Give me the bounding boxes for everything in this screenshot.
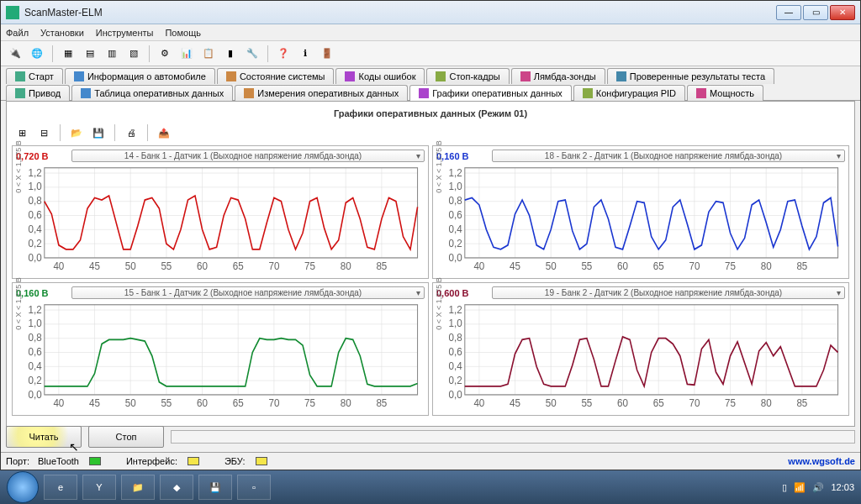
- svg-rect-69: [465, 168, 838, 258]
- tray-volume-icon[interactable]: 🔊: [812, 482, 824, 493]
- tab-label: Мощность: [710, 88, 754, 98]
- terminal-icon[interactable]: ▮: [221, 45, 240, 63]
- connect-icon[interactable]: 🔌: [6, 45, 24, 63]
- tab-2-3[interactable]: Графики оперативных данных: [409, 85, 572, 101]
- save-icon[interactable]: 💾: [90, 124, 107, 141]
- tab-1-2[interactable]: Состояние системы: [217, 68, 335, 84]
- task-browser2[interactable]: Y: [82, 475, 116, 500]
- svg-text:65: 65: [233, 260, 244, 273]
- website-link[interactable]: www.wgsoft.de: [788, 456, 855, 466]
- svg-text:65: 65: [653, 397, 664, 410]
- tool2-icon[interactable]: 📊: [177, 45, 196, 63]
- chart-pid-select[interactable]: 15 - Банк 1 - Датчик 2 (Выходное напряже…: [71, 286, 425, 299]
- bottom-bar: Читать Стоп: [6, 423, 855, 451]
- tab-2-4[interactable]: Конфигурация PID: [573, 85, 685, 101]
- svg-text:55: 55: [161, 260, 172, 273]
- tab-icon: [520, 71, 531, 81]
- maximize-button[interactable]: ▭: [803, 5, 828, 20]
- print-icon[interactable]: 🖨: [123, 124, 140, 141]
- svg-text:60: 60: [617, 397, 628, 410]
- info-icon[interactable]: ℹ: [296, 45, 314, 63]
- tray-clock[interactable]: 12:03: [831, 482, 854, 492]
- svg-text:45: 45: [89, 260, 100, 273]
- tool1-icon[interactable]: ⚙: [156, 45, 174, 63]
- time-scrollbar[interactable]: [171, 430, 855, 444]
- chart-pid-select[interactable]: 18 - Банк 2 - Датчик 1 (Выходное напряже…: [492, 150, 845, 162]
- task-browser1[interactable]: e: [44, 475, 77, 500]
- chart-0: 0,720 В14 - Банк 1 - Датчик 1 (Выходное …: [12, 145, 429, 279]
- tray-network-icon[interactable]: 📶: [794, 482, 806, 493]
- chart-pid-select[interactable]: 19 - Банк 2 - Датчик 2 (Выходное напряже…: [492, 286, 845, 299]
- view2-icon[interactable]: ▤: [81, 45, 99, 63]
- svg-text:80: 80: [341, 260, 351, 273]
- task-explorer[interactable]: 📁: [121, 475, 155, 500]
- svg-text:0,8: 0,8: [28, 195, 41, 207]
- svg-text:55: 55: [581, 260, 592, 273]
- svg-text:50: 50: [125, 260, 136, 273]
- svg-text:60: 60: [197, 397, 208, 410]
- svg-text:50: 50: [546, 397, 557, 410]
- chart-pid-select[interactable]: 14 - Банк 1 - Датчик 1 (Выходное напряже…: [71, 150, 425, 162]
- menu-file[interactable]: Файл: [6, 28, 29, 38]
- y-axis-label: 0 < X < 1,275 В: [14, 277, 23, 330]
- menu-help[interactable]: Помощь: [165, 28, 201, 38]
- tab-icon: [244, 88, 254, 98]
- open-icon[interactable]: 📂: [68, 124, 85, 141]
- remove-chart-icon[interactable]: ⊟: [35, 124, 52, 141]
- svg-text:80: 80: [761, 397, 772, 410]
- exit-icon[interactable]: 🚪: [318, 45, 336, 63]
- tab-1-5[interactable]: Лямбда-зонды: [511, 68, 605, 84]
- task-app1[interactable]: ◆: [160, 475, 193, 500]
- add-chart-icon[interactable]: ⊞: [13, 124, 30, 141]
- port-label: Порт:: [6, 456, 29, 466]
- stop-button[interactable]: Стоп: [88, 426, 164, 448]
- view1-icon[interactable]: ▦: [59, 45, 77, 63]
- tool3-icon[interactable]: 📋: [199, 45, 218, 63]
- read-button[interactable]: Читать: [6, 426, 82, 448]
- export-icon[interactable]: 📤: [156, 124, 172, 141]
- panel-title: Графики оперативных данных (Режим 01): [10, 105, 851, 122]
- svg-text:40: 40: [53, 260, 64, 273]
- start-button[interactable]: [7, 471, 39, 503]
- view4-icon[interactable]: ▧: [124, 45, 143, 63]
- svg-text:1,2: 1,2: [448, 166, 462, 179]
- svg-text:75: 75: [304, 260, 315, 273]
- tab-label: Проверенные результаты теста: [630, 71, 765, 81]
- close-button[interactable]: ✕: [830, 5, 855, 20]
- tab-label: Измерения оперативных данных: [257, 88, 399, 98]
- statusbar: Порт: BlueTooth Интерфейс: ЭБУ: www.wgso…: [1, 452, 860, 470]
- tab-2-0[interactable]: Привод: [6, 85, 70, 101]
- svg-text:0,6: 0,6: [28, 345, 41, 358]
- y-axis-label: 0 < X < 1,275 В: [435, 277, 443, 330]
- svg-text:0,6: 0,6: [28, 208, 41, 221]
- y-axis-label: 0 < X < 1,275 В: [14, 140, 23, 193]
- tab-1-0[interactable]: Старт: [6, 68, 63, 84]
- tab-2-2[interactable]: Измерения оперативных данных: [235, 85, 408, 101]
- tray-flag-icon[interactable]: ▯: [782, 482, 787, 493]
- minimize-button[interactable]: —: [776, 5, 801, 20]
- menu-tools[interactable]: Инструменты: [96, 28, 154, 38]
- svg-text:75: 75: [725, 397, 736, 410]
- tab-icon: [226, 71, 236, 81]
- svg-text:85: 85: [376, 397, 387, 410]
- tool5-icon[interactable]: 🔧: [243, 45, 261, 63]
- tab-1-4[interactable]: Стоп-кадры: [426, 68, 509, 84]
- task-app2[interactable]: ▫: [237, 475, 271, 500]
- tab-2-5[interactable]: Мощность: [687, 85, 763, 101]
- app-icon: [6, 6, 19, 19]
- tab-1-1[interactable]: Информация о автомобиле: [65, 68, 215, 84]
- view3-icon[interactable]: ▥: [103, 45, 121, 63]
- tab-icon: [15, 88, 25, 98]
- tab-1-3[interactable]: Коды ошибок: [335, 68, 425, 84]
- tabs-row1: СтартИнформация о автомобилеСостояние си…: [1, 66, 860, 83]
- help-icon[interactable]: ❓: [274, 45, 293, 63]
- task-save[interactable]: 💾: [198, 475, 232, 500]
- charts-grid: 0,720 В14 - Банк 1 - Датчик 1 (Выходное …: [10, 144, 851, 417]
- tab-label: Привод: [29, 88, 61, 98]
- globe-icon[interactable]: 🌐: [28, 45, 46, 63]
- svg-text:0,2: 0,2: [28, 237, 41, 249]
- tab-2-1[interactable]: Таблица оперативных данных: [71, 85, 233, 101]
- svg-text:1,0: 1,0: [448, 181, 462, 193]
- tab-1-6[interactable]: Проверенные результаты теста: [607, 68, 774, 84]
- menu-settings[interactable]: Установки: [40, 28, 84, 38]
